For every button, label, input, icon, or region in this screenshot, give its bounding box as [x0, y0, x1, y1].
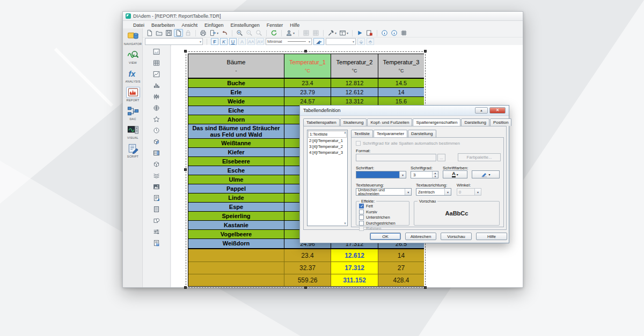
column-list[interactable]: ▲ ▼ 1:Textliste2:[4]/Temperatur_13:[4]/T…	[307, 130, 348, 226]
print-button[interactable]	[199, 29, 208, 37]
effect-checkbox-durchgestrichen[interactable]: Durchgestrichen	[359, 221, 408, 226]
line-style-combo[interactable]: Minimal▾	[266, 38, 312, 45]
font-color-picker[interactable]: A ▾	[443, 170, 467, 178]
format-input[interactable]	[356, 154, 436, 161]
box-plot-icon[interactable]	[151, 92, 163, 102]
contour-icon[interactable]	[151, 170, 163, 181]
sidebar-item-script[interactable]: SCRIPT	[123, 141, 143, 160]
user-layout-button[interactable]: ▾	[284, 29, 296, 37]
align-button[interactable]	[311, 29, 320, 37]
rollup-button[interactable]: ▲	[475, 107, 488, 114]
tools-button[interactable]: ▾	[326, 29, 338, 37]
sidebar-item-view[interactable]: VIEW	[123, 48, 143, 66]
dialog-tab-skalierung[interactable]: Skalierung	[340, 118, 367, 126]
font-family-combo[interactable]: ▾	[145, 38, 203, 45]
window-layout-button[interactable]: ▾	[338, 29, 349, 37]
hilfe-button[interactable]: Hilfe	[476, 233, 507, 240]
effect-checkbox-fett[interactable]: Fett	[359, 204, 408, 208]
line-color-combo[interactable]: ▾	[326, 38, 356, 45]
script-start-button[interactable]	[355, 29, 364, 37]
dialog-tab-tabellenspalten[interactable]: Tabellenspalten	[303, 118, 340, 126]
font-grow-button[interactable]: A˄	[247, 38, 255, 45]
formula-icon[interactable]: F	[151, 238, 163, 248]
farbpalette-button[interactable]: Farbpalette...	[458, 153, 501, 161]
undo-button[interactable]	[220, 29, 229, 37]
script-stop-button[interactable]	[365, 29, 374, 37]
sidebar-item-visual[interactable]: VISUAL	[123, 123, 143, 141]
selection-handle[interactable]	[424, 286, 427, 289]
sliders-icon[interactable]	[151, 227, 163, 237]
mesh-chart-icon[interactable]	[151, 103, 163, 113]
line-width-button[interactable]: ◢▾	[313, 38, 324, 45]
font-shrink-button[interactable]: A˅	[257, 38, 264, 45]
lock-button[interactable]	[184, 29, 193, 37]
list-item[interactable]: 4:[4]/Temperatur_3	[308, 150, 347, 155]
menu-fenster[interactable]: Fenster	[267, 23, 283, 28]
inner-tab-textliste[interactable]: Textliste	[351, 130, 373, 137]
curve-chart-icon[interactable]	[151, 69, 163, 79]
dialog-title-bar[interactable]: Tabellendefinition ▲ ✕	[300, 106, 509, 116]
list-scroll-down-icon[interactable]: ▼	[343, 222, 347, 225]
ok-button[interactable]: OK	[370, 233, 401, 240]
list-scroll-up-icon[interactable]: ▲	[343, 131, 347, 134]
close-icon[interactable]: ✕	[489, 107, 506, 114]
inner-tab-darstellung[interactable]: Darstellung	[408, 130, 436, 137]
selection-handle[interactable]	[304, 50, 307, 53]
auto-fontsize-checkbox[interactable]: Schriftgrad für alle Spalten automatisch…	[356, 141, 460, 146]
textsteuerung-combo[interactable]: Umbrechen und abschneiden▾	[356, 188, 412, 196]
zoom-out-button[interactable]	[245, 29, 254, 37]
format-browse-button[interactable]: ...	[437, 154, 445, 161]
italic-button[interactable]: K	[220, 38, 228, 45]
underline-button[interactable]: U	[229, 38, 237, 45]
selection-handle[interactable]	[184, 168, 187, 171]
grid-button[interactable]	[399, 29, 408, 37]
menu-datei[interactable]: Datei	[133, 23, 144, 28]
selection-handle[interactable]	[424, 50, 427, 53]
abbrechen-button[interactable]: Abbrechen	[405, 233, 436, 240]
menu-einstellungen[interactable]: Einstellungen	[231, 23, 260, 28]
title-bar[interactable]: DIAdem - [REPORT: ReportTabelle.TDR]	[123, 12, 523, 21]
effect-checkbox-unterstrichen[interactable]: Unterstrichen	[359, 215, 408, 220]
view-mode-button[interactable]	[174, 29, 183, 37]
object-properties-button[interactable]	[390, 29, 399, 37]
list-item[interactable]: 1:Textliste	[308, 131, 347, 138]
sidebar-item-dac[interactable]: DAC	[123, 104, 143, 122]
dialog-tab-darstellung[interactable]: Darstellung	[461, 118, 489, 126]
menu-hilfe[interactable]: Hilfe	[290, 23, 299, 28]
list-item[interactable]: 3:[4]/Temperatur_2	[308, 144, 347, 150]
dialog-tab-kopfundfuzeilen[interactable]: Kopf- und Fußzeilen	[367, 118, 412, 126]
table-icon[interactable]	[151, 58, 163, 68]
2d-axis-icon[interactable]	[151, 47, 163, 57]
3d-axis-icon[interactable]	[151, 137, 163, 147]
schriftart-combo[interactable]: ▾	[356, 171, 406, 178]
sidebar-item-navigator[interactable]: NAVIGATOR	[123, 29, 143, 47]
snap-grid-button[interactable]	[302, 29, 311, 37]
pie-chart-icon[interactable]	[151, 125, 163, 136]
zoom-in-button[interactable]	[235, 29, 244, 37]
selection-handle[interactable]	[184, 50, 187, 53]
fill-color-button[interactable]: ⬘	[367, 38, 374, 45]
fill-button[interactable]: ⬙	[357, 38, 365, 45]
font-color-button[interactable]: A	[238, 38, 246, 45]
3d-table-icon[interactable]	[151, 148, 163, 158]
comment-icon[interactable]	[151, 204, 163, 214]
text-icon[interactable]	[151, 193, 163, 203]
dialog-tab-spalteneigenschaften[interactable]: Spalteneigenschaften	[413, 118, 460, 126]
menu-einfgen[interactable]: Einfügen	[204, 23, 224, 28]
effect-checkbox-rahmen[interactable]: Rahmen	[359, 226, 408, 231]
menu-ansicht[interactable]: Ansicht	[182, 23, 198, 28]
image-icon[interactable]	[151, 182, 163, 192]
dialog-tab-position[interactable]: Position	[490, 118, 511, 126]
bar-chart-icon[interactable]	[151, 80, 163, 91]
refresh-button[interactable]	[269, 29, 279, 37]
open-button[interactable]	[155, 29, 164, 37]
3d-box-icon[interactable]	[151, 159, 163, 169]
export-button[interactable]: ▾	[208, 29, 219, 37]
menu-bearbeiten[interactable]: Bearbeiten	[151, 23, 175, 28]
star-chart-icon[interactable]	[151, 114, 163, 124]
object-info-button[interactable]	[380, 29, 389, 37]
highlight-color-picker[interactable]: ▾	[472, 170, 500, 178]
textausrichtung-combo[interactable]: Zentrisch▾	[416, 188, 451, 196]
schriftgrad-spinner[interactable]: 3▲▼	[411, 171, 438, 178]
vorschau-button[interactable]: Vorschau	[441, 233, 472, 240]
